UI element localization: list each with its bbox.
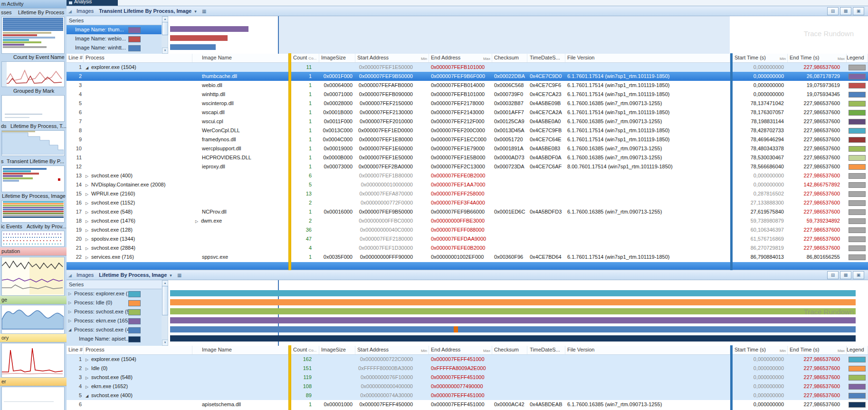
table-row[interactable]: 6wscapi.dll10x0001B0000x000007FEF2130000… — [67, 108, 868, 117]
expander-icon[interactable]: ▷ — [195, 217, 201, 225]
col-timedates[interactable]: TimeDateS... — [527, 54, 565, 62]
col-start-address[interactable]: Start AddressMin — [355, 346, 429, 354]
time-column-divider[interactable] — [730, 345, 733, 410]
section-header-computation[interactable]: putation — [0, 247, 67, 256]
chart-bar[interactable] — [170, 317, 856, 323]
col-file-version[interactable]: File Version — [565, 346, 730, 354]
chart-bar[interactable] — [170, 308, 856, 314]
tab-analysis[interactable]: Analysis — [67, 0, 118, 6]
series-row[interactable]: Image Name: webio... — [67, 34, 162, 43]
frozen-column-divider[interactable] — [288, 345, 291, 410]
table-row[interactable]: 8WerConCpl.DLL10x0013C0000x000007FEF1ED0… — [67, 126, 868, 135]
graph-and-table-button[interactable]: ▩ — [840, 271, 851, 279]
expander-icon[interactable]: ▷ — [86, 208, 91, 216]
series-row[interactable]: Image Name: apiset... — [67, 334, 162, 343]
table-row[interactable]: 19▷svchost.exe (128)360x00000000040C0000… — [67, 225, 868, 234]
scrollbar-thumb[interactable] — [162, 286, 168, 315]
graph-only-button[interactable]: ▤ — [827, 271, 839, 279]
col-imagesize[interactable]: ImageSize — [319, 54, 355, 62]
table-row[interactable]: 9framedynos.dll10x0004C0000x000007FEF1E8… — [67, 135, 868, 144]
table-row[interactable]: 7wscui.cpl10x0011F0000x000007FEF20100000… — [67, 117, 868, 126]
view-preset-title[interactable]: Lifetime By Process, Image — [99, 272, 167, 278]
table-row[interactable]: 15▷WPRUI.exe (2160)130x000007FEFA8700000… — [67, 189, 868, 198]
table-row[interactable]: 3▷svchost.exe (548)1190x0000000076F10000… — [67, 373, 868, 382]
series-row[interactable]: ▷Process: Idle (0) — [67, 298, 162, 307]
expander-icon[interactable]: ▷ — [68, 298, 71, 307]
col-line[interactable]: Line # — [67, 346, 84, 354]
table-row[interactable]: 14▷NVDisplay.Container.exe (2008)50x0000… — [67, 180, 868, 189]
chart-bar[interactable] — [170, 44, 216, 50]
table-row[interactable]: 4▷ekrn.exe (1652)1080x00000000004000000x… — [67, 382, 868, 391]
series-scrollbar[interactable]: ▲ ▼ — [162, 16, 168, 54]
table-row[interactable]: 17▷svchost.exe (548)NCProv.dll10x0001600… — [67, 207, 868, 216]
expander-icon[interactable]: ◢ — [86, 391, 91, 400]
selected-time-region[interactable] — [278, 16, 730, 54]
table-row[interactable]: 4winhttp.dll10x000710000x000007FEFB09000… — [67, 90, 868, 99]
col-process[interactable]: Process — [84, 346, 192, 354]
table-row[interactable]: 12ieproxy.dll10x000730000x000007FEF2BA00… — [67, 162, 868, 171]
table-row[interactable]: 2thumbcache.dll10x0001F0000x000007FEF9B5… — [67, 72, 868, 81]
panel-header[interactable]: ◢ Images Lifetime By Process, Image ▾ ▦ … — [67, 270, 868, 280]
open-in-new-window-button[interactable]: ▣ — [853, 7, 864, 15]
view-editor-icon[interactable]: ▦ — [202, 9, 206, 14]
expander-icon[interactable]: ▷ — [68, 289, 71, 298]
col-start-time[interactable]: Start Time (s)Min — [733, 346, 788, 354]
chart-bar[interactable] — [170, 35, 228, 41]
col-line[interactable]: Line # — [67, 54, 84, 62]
graph-thumbnail-storage[interactable] — [1, 305, 65, 334]
expander-icon[interactable]: ◢ — [68, 325, 71, 334]
col-imagesize[interactable]: ImageSize — [319, 346, 355, 354]
table-row[interactable]: 2▷Idle (0)1510xFFFFF80000BA30000xFFFFFA8… — [67, 364, 868, 373]
expander-icon[interactable]: ▷ — [86, 373, 91, 382]
section-header-power[interactable]: er — [0, 378, 67, 386]
expander-icon[interactable]: ▷ — [86, 217, 91, 225]
panel-header[interactable]: ◢ Images Transient Lifetime By Process, … — [67, 6, 868, 16]
graph-thumbnail-transient-lifetime[interactable] — [1, 166, 65, 192]
chart-bar[interactable] — [170, 290, 856, 296]
scrollbar-thumb[interactable] — [162, 22, 168, 35]
col-count[interactable]: CountCo... — [291, 54, 319, 62]
chart-bar[interactable] — [170, 326, 856, 332]
expander-icon[interactable]: ◢ — [86, 63, 91, 72]
col-end-address[interactable]: End AddressMax — [429, 346, 492, 354]
table-row[interactable]: 1▷explorer.exe (1504)1620x00000000722C00… — [67, 355, 868, 364]
col-checksum[interactable]: Checksum — [492, 346, 527, 354]
table-row[interactable]: 5wscinterop.dll10x000280000x000007FEF215… — [67, 99, 868, 108]
scroll-down-icon[interactable]: ▼ — [162, 340, 168, 346]
section-header-system-activity[interactable]: m Activity — [0, 0, 67, 9]
graph-thumbnail-grouped-by-mark[interactable] — [1, 95, 65, 122]
collapse-panel-icon[interactable]: ◢ — [67, 271, 75, 280]
graph-thumbnail-power[interactable] — [1, 387, 65, 410]
graph-thumbnail-generic-events[interactable] — [1, 231, 65, 247]
table-row[interactable]: 6apisetschema.dll10x000010000x000007FEFF… — [67, 400, 868, 409]
expander-icon[interactable]: ▷ — [86, 364, 91, 373]
table-row[interactable]: 16▷svchost.exe (1152)20x00000000772F0000… — [67, 198, 868, 207]
graph-and-table-button[interactable]: ▩ — [840, 7, 851, 15]
series-row[interactable]: Image Name: winhtt... — [67, 43, 162, 52]
col-timedates[interactable]: TimeDateS... — [527, 346, 565, 354]
graph-thumbnail-process-lifetime[interactable] — [1, 17, 65, 54]
expander-icon[interactable]: ▷ — [86, 181, 91, 189]
expander-icon[interactable]: ▷ — [86, 244, 91, 253]
expander-icon[interactable]: ▷ — [86, 226, 91, 234]
table-row[interactable]: 11HCPROVIDERS.DLL10x0000B0000x000007FEF1… — [67, 153, 868, 162]
col-start-address[interactable]: Start AddressMin — [355, 54, 429, 62]
chevron-down-icon[interactable]: ▾ — [194, 9, 197, 14]
table-row[interactable]: 20▷spoolsv.exe (1344)470x000007FEF218000… — [67, 234, 868, 244]
col-image-name[interactable]: Image Name — [192, 346, 288, 354]
collapse-panel-icon[interactable]: ◢ — [67, 7, 75, 16]
table-row[interactable]: 1◢explorer.exe (1504)110x000007FEF1E5000… — [67, 63, 868, 72]
expander-icon[interactable]: ▷ — [86, 253, 91, 262]
time-cursor-line[interactable] — [278, 16, 279, 54]
chart-bar[interactable] — [170, 26, 248, 32]
expander-icon[interactable]: ▷ — [68, 316, 71, 325]
expander-icon[interactable]: ▷ — [86, 199, 91, 207]
open-in-new-window-button[interactable]: ▣ — [853, 271, 864, 279]
series-row[interactable]: ▷Process: svchost.exe (5... — [67, 307, 162, 316]
series-row[interactable]: ▷Process: explorer.exe (1... — [67, 289, 162, 298]
series-row[interactable]: Image Name: thum... — [67, 25, 162, 34]
series-row[interactable]: ▷Process: ekrn.exe (1652) — [67, 316, 162, 325]
col-legend[interactable]: Legend — [847, 346, 868, 354]
time-column-divider[interactable] — [730, 53, 733, 270]
graph-thumbnail-computation[interactable] — [1, 257, 65, 296]
